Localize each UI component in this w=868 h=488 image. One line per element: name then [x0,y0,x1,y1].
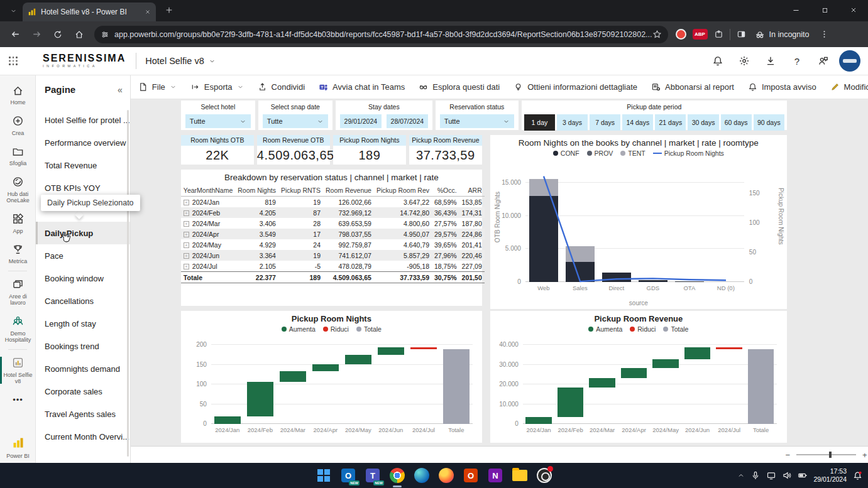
waterfall-bar[interactable] [716,347,742,349]
sidebar-item-hub-dati-onelake[interactable]: Hub dati OneLake [0,171,36,208]
waterfall-bar[interactable] [345,355,372,364]
column-header[interactable]: %Occ. [432,185,459,197]
sidebar-item-app[interactable]: App [0,208,36,239]
cast-screen-icon[interactable] [766,470,776,480]
waterfall-bar[interactable] [525,417,551,425]
page-item[interactable]: Cancellations [36,290,130,312]
table-row[interactable]: +2024/Apr3.54917798.037,554.950,0729,57%… [181,229,485,239]
column-header[interactable]: YearMonthName [181,185,235,197]
period-button[interactable]: 3 days [557,114,588,131]
notification-bell-icon[interactable] [852,470,863,481]
toolbar-abbonarsi-al-report[interactable]: Abbonarsi al report [651,82,734,92]
expand-icon[interactable]: + [184,221,189,227]
sidebar-item-aree-di-lavoro[interactable]: Aree di lavoro [0,273,36,310]
page-item[interactable]: Hotel Selfie for protel ... [36,109,130,131]
table-row[interactable]: +2024/May4.92924992.759,874.640,7939,65%… [181,239,485,250]
table-row[interactable]: +2024/Feb4.20587732.969,1214.742,8036,43… [181,207,485,218]
waterfall-bar[interactable] [280,371,307,382]
notifications-icon[interactable] [707,50,728,72]
stay-date-from[interactable]: 29/01/2024 [340,114,382,128]
hidden-icons-icon[interactable] [737,472,745,479]
expand-icon[interactable]: + [184,242,189,248]
stay-date-to[interactable]: 28/07/2024 [387,114,428,128]
page-item[interactable]: Current Month Overvi... [36,425,130,448]
pages-scrollbar[interactable] [127,110,129,457]
sidebar-item-more[interactable]: ••• [0,389,36,413]
close-window-icon[interactable] [839,0,868,20]
back-icon[interactable] [6,26,24,43]
period-button[interactable]: 14 days [622,114,653,131]
taskbar-teams-app-icon[interactable]: TNEW [363,466,382,485]
toolbar-esporta[interactable]: Esporta [190,82,244,92]
column-header[interactable]: Pickup Room Rev [374,185,432,197]
waterfall-bar[interactable] [214,416,241,424]
taskbar-office-icon[interactable]: O [461,466,480,485]
toolbar-avvia-chat-in-teams[interactable]: TAvvia chat in Teams [319,82,405,92]
tab-search-icon[interactable] [5,3,21,19]
waterfall-bar[interactable] [558,388,583,416]
column-header[interactable]: Room Revenue [323,185,374,197]
table-row[interactable]: +2024/Jan81919126.002,663.647,2268,59%15… [181,197,485,208]
column-header[interactable]: Room Nights [235,185,278,197]
microphone-icon[interactable] [750,470,761,480]
page-item[interactable]: Performance overview [36,131,130,154]
table-row[interactable]: +2024/Jun3.36419741.612,075.857,2927,96%… [181,250,485,261]
browser-tab[interactable]: Hotel Selfie v8 - Power BI [23,3,156,21]
waterfall-bar[interactable] [410,347,437,349]
speaker-icon[interactable] [782,470,792,480]
forward-icon[interactable] [28,26,45,43]
page-item[interactable]: Total Revenue [36,154,130,176]
waterfall-bar[interactable] [589,378,615,388]
help-icon[interactable]: ? [786,50,808,72]
sidebar-item-sfoglia[interactable]: Sfoglia [0,140,36,171]
expand-icon[interactable]: + [184,200,189,205]
battery-pen-icon[interactable] [798,470,808,480]
bookmark-star-icon[interactable] [652,30,662,39]
report-title[interactable]: Hotel Selfie v8 [145,56,216,66]
table-row[interactable]: +2024/Jul2.105-5478.028,79-905,1818,75%2… [181,261,485,272]
app-launcher-icon[interactable] [0,57,26,65]
waterfall-bar[interactable] [378,347,405,355]
zoom-out-button[interactable]: − [785,450,790,460]
taskbar-firefox-icon[interactable] [437,466,456,485]
new-tab-icon[interactable] [161,2,177,18]
waterfall-bar[interactable] [621,368,647,378]
extension-red-icon[interactable] [676,29,686,40]
adblock-plus-icon[interactable]: ABP [693,29,708,40]
hotel-dropdown[interactable]: Tutte [185,114,251,128]
period-button[interactable]: 90 days [754,114,784,131]
extensions-puzzle-icon[interactable] [714,30,723,39]
zoom-in-button[interactable]: + [862,450,867,460]
period-button[interactable]: 1 day [524,114,555,131]
column-header[interactable]: ARR [459,185,485,197]
period-button[interactable]: 30 days [688,114,718,131]
waterfall-bar[interactable] [652,359,678,369]
page-item[interactable]: Corporate sales [36,380,130,403]
home-icon[interactable] [70,26,88,43]
minimize-icon[interactable] [781,0,810,20]
feedback-icon[interactable] [813,50,834,72]
waterfall-bar[interactable] [748,349,774,424]
period-button[interactable]: 21 days [655,114,686,131]
chevron-down-icon[interactable] [209,58,216,65]
toolbar-esplora-questi-dati[interactable]: Esplora questi dati [419,82,500,92]
expand-icon[interactable]: + [184,210,189,216]
browser-menu-icon[interactable] [815,26,833,43]
toolbar-imposta-avviso[interactable]: Imposta avviso [748,82,816,92]
page-item[interactable]: Length of stay [36,312,130,335]
toolbar-modifica[interactable]: Modifica [830,82,868,92]
page-item[interactable]: Pace [36,244,130,267]
reload-icon[interactable] [49,26,67,43]
taskbar-edge-icon[interactable] [412,466,431,485]
page-item[interactable]: Travel Agents sales [36,403,130,425]
waterfall-bar[interactable] [247,382,274,416]
page-item[interactable]: Booking window [36,267,130,290]
page-item[interactable]: Daily Pickup [36,222,130,244]
sidebar-item-hotel-selfie-v8[interactable]: Hotel Selfie v8 [0,352,36,389]
taskbar-chrome-icon[interactable] [388,466,407,485]
address-bar[interactable]: app.powerbi.com/groups/bb0e72f9-3dfb-478… [94,26,668,43]
taskbar-clock[interactable]: 17:53 29/01/2024 [813,467,847,484]
period-button[interactable]: 7 days [590,114,620,131]
toolbar-file[interactable]: File [138,82,177,92]
expand-icon[interactable]: + [184,264,189,269]
